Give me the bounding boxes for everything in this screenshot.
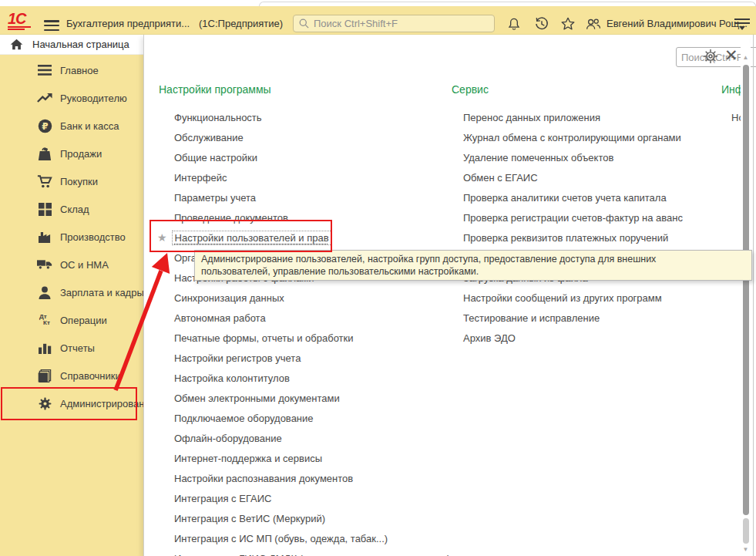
warehouse-icon	[37, 201, 52, 217]
factory-icon	[37, 229, 52, 244]
panel-link[interactable]: Синхронизация данных	[174, 288, 284, 308]
scroll-up-icon[interactable]: ▲	[742, 54, 749, 62]
panel-link[interactable]: Настройка колонтитулов	[174, 368, 290, 388]
main-menu-icon[interactable]	[44, 20, 59, 31]
gear-icon	[37, 396, 52, 411]
global-search-input[interactable]	[293, 15, 495, 32]
panel-link[interactable]: Общие настройки	[174, 147, 257, 167]
sidebar-item-spravochniki[interactable]: Справочники	[0, 362, 143, 389]
link-user-rights-settings[interactable]: ★Настройки пользователей и прав	[157, 227, 332, 248]
sidebar-item-prodazhi[interactable]: Продажи	[0, 140, 143, 167]
panel-link[interactable]: Интерфейс	[174, 167, 227, 187]
sidebar-item-proizvodstvo[interactable]: Производство	[0, 223, 143, 251]
tooltip-line1: Администрирование пользователей, настрой…	[201, 253, 745, 265]
panel-link[interactable]: Архив ЭДО	[463, 328, 516, 348]
home-icon	[10, 39, 23, 50]
sidebar-item-pokupki[interactable]: Покупки	[0, 167, 143, 195]
tooltip: Администрирование пользователей, настрой…	[194, 250, 752, 281]
ruble-icon: ₽	[37, 118, 52, 133]
panel-link[interactable]: Интеграция с ВетИС (Меркурий)	[174, 508, 325, 528]
sidebar-item-bank-kassa[interactable]: ₽ Банк и касса	[0, 112, 143, 140]
panel-link[interactable]: Настройки распознавания документов	[174, 468, 353, 488]
sidebar-item-rukovoditelyu[interactable]: Руководителю	[0, 84, 143, 112]
panel-link[interactable]: Офлайн-оборудование	[174, 428, 282, 448]
tooltip-line2: пользователей, управление пользовательск…	[201, 265, 745, 278]
panel-link[interactable]: Проверка аналитики счетов учета капитала	[463, 187, 667, 207]
menu-lines-icon	[37, 62, 52, 78]
column-header-1: Сервис	[452, 83, 489, 96]
panel-link[interactable]: Интеграция с ИС МП (обувь, одежда, табак…	[174, 528, 388, 548]
platform-label: (1С:Предприятие)	[199, 18, 283, 29]
window-right-edge	[753, 35, 754, 556]
favorite-star-icon[interactable]: ★	[157, 231, 167, 244]
panel-link[interactable]: Настройки сообщений из других программ	[463, 288, 662, 308]
top-bar: 1С Бухгалтерия предприяти... (1С:Предпри…	[0, 6, 756, 35]
administration-panel: × ✕ Настройки программыФункциональностьО…	[143, 35, 750, 556]
sidebar-item-os-nma[interactable]: ОС и НМА	[0, 251, 143, 278]
column-header-0: Настройки программы	[159, 83, 271, 96]
panel-link[interactable]: Тестирование и исправление	[463, 308, 600, 328]
panel-link[interactable]: Проверка реквизитов платежных поручений	[463, 227, 668, 248]
section-sidebar: Главное Руководителю ₽ Банк и касса Прод…	[0, 55, 143, 556]
bag-icon	[37, 146, 52, 161]
panel-link[interactable]: Печатные формы, отчеты и обработки	[174, 328, 354, 348]
panel-link[interactable]: Удаление помеченных объектов	[463, 147, 613, 167]
sidebar-item-zarplata-kadry[interactable]: Зарплата и кадры	[0, 278, 143, 306]
1c-logo: 1С	[8, 11, 31, 30]
panel-link[interactable]: Обмен электронными документами	[174, 388, 340, 408]
app-title: Бухгалтерия предприяти...	[66, 18, 190, 29]
cart-icon	[37, 174, 52, 189]
panel-link[interactable]: Проверка регистрации счетов-фактур на ав…	[463, 207, 683, 227]
history-icon[interactable]	[534, 16, 549, 32]
panel-link[interactable]: Обмен с ЕГАИС	[463, 167, 538, 187]
close-icon[interactable]: ✕	[724, 45, 738, 66]
panel-link[interactable]: Журнал обмена с контролирующими органами	[463, 127, 681, 147]
bell-icon[interactable]	[506, 16, 522, 32]
panel-link[interactable]: Перенос данных приложения	[463, 107, 600, 127]
panel-link[interactable]: Автономная работа	[174, 308, 266, 328]
panel-link[interactable]: Интернет-поддержка и сервисы	[174, 448, 322, 468]
service-menu-icon[interactable]	[734, 17, 751, 31]
sidebar-item-sklad[interactable]: Склад	[0, 195, 143, 223]
scrollbar-thumb[interactable]	[743, 65, 749, 515]
global-search-field[interactable]	[314, 18, 489, 29]
bar-chart-icon	[37, 340, 52, 356]
panel-link[interactable]: Функциональность	[174, 107, 262, 127]
panel-link[interactable]: Подключаемое оборудование	[174, 408, 314, 428]
scroll-down-icon[interactable]: ▼	[742, 546, 749, 554]
sidebar-item-glavnoe[interactable]: Главное	[0, 56, 143, 84]
panel-link[interactable]: Параметры учета	[174, 187, 256, 207]
panel-link[interactable]: Интеграция с ЕГАИС	[174, 488, 271, 508]
books-icon	[37, 368, 52, 383]
favorites-star-icon[interactable]	[560, 16, 576, 32]
sidebar-item-operacii[interactable]: ДтКт Операции	[0, 306, 143, 334]
dtkt-icon: ДтКт	[37, 312, 52, 328]
panel-scrollbar: ▲ ▼	[741, 43, 751, 556]
panel-link[interactable]: Обслуживание	[174, 127, 244, 147]
home-tab-label: Начальная страница	[32, 39, 129, 50]
home-tab[interactable]: Начальная страница	[0, 35, 143, 55]
panel-link[interactable]: Проведение документов	[174, 207, 288, 227]
svg-text:₽: ₽	[42, 120, 48, 131]
users-icon[interactable]	[585, 16, 600, 32]
scrollbar-track-lower	[743, 518, 749, 544]
sidebar-item-otchety[interactable]: Отчеты	[0, 334, 143, 362]
sidebar-item-administrirovanie[interactable]: Администрирование	[0, 389, 143, 417]
panel-link[interactable]: Настройки регистров учета	[174, 348, 301, 368]
truck-icon	[37, 257, 52, 272]
featured-link-label[interactable]: Настройки пользователей и прав	[172, 231, 332, 245]
panel-settings-gear-icon[interactable]	[702, 48, 719, 65]
search-icon	[298, 18, 310, 29]
person-icon	[37, 285, 52, 300]
trend-icon	[37, 90, 52, 106]
panel-link[interactable]: Интеграция с ГИИС ДМДК (драгоценные камн…	[174, 548, 450, 556]
current-user[interactable]: Евгений Владимирович Рощ...	[606, 18, 748, 29]
